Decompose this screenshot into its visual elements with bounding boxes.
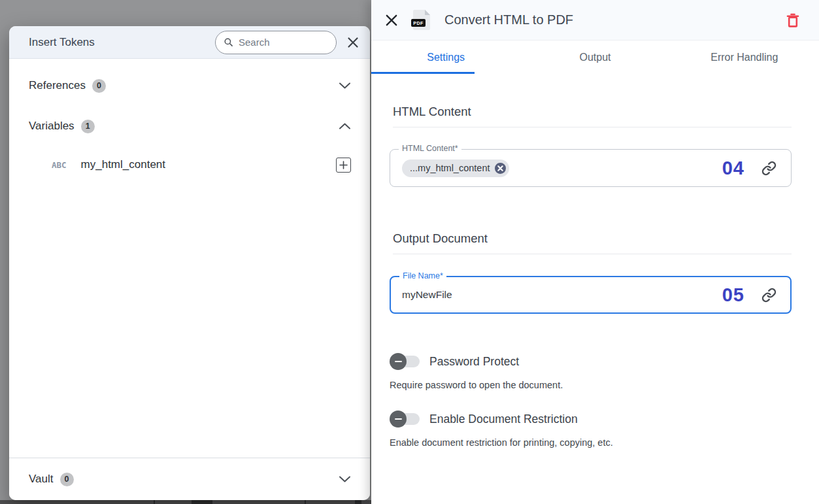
chevron-down-icon[interactable]: [339, 82, 351, 90]
password-protect-description: Require password to open the document.: [390, 380, 792, 390]
password-protect-label: Password Protect: [429, 355, 519, 369]
variable-list-item[interactable]: ABC my_html_content: [52, 153, 351, 176]
vault-section-row[interactable]: Vault 0: [9, 458, 370, 500]
panel-header: PDF Convert HTML to PDF: [371, 0, 819, 41]
variables-label: Variables: [29, 120, 75, 133]
token-chip-label: ...my_html_content: [410, 163, 490, 173]
close-icon[interactable]: [346, 36, 359, 49]
tab-settings[interactable]: Settings: [371, 41, 520, 74]
references-label: References: [29, 79, 86, 92]
references-count-badge: 0: [92, 79, 106, 93]
link-icon[interactable]: [761, 161, 777, 176]
background-artifact: [305, 500, 306, 504]
active-tab-indicator: [371, 72, 475, 74]
vault-label: Vault: [29, 473, 54, 486]
tab-error-handling[interactable]: Error Handling: [670, 41, 819, 74]
token-dialog-content: References 0 Variables 1 ABC my_html_con…: [9, 59, 370, 176]
html-content-heading: HTML Content: [393, 105, 792, 127]
file-name-field-label: File Name*: [399, 271, 446, 280]
link-icon[interactable]: [761, 288, 777, 303]
field-order-number: 04: [722, 158, 744, 179]
search-icon: [224, 37, 233, 47]
pdf-file-icon: PDF: [413, 10, 430, 30]
document-restriction-description: Enable document restriction for printing…: [390, 437, 792, 448]
file-name-field[interactable]: File Name* 05: [390, 276, 792, 314]
field-order-number: 05: [722, 284, 744, 306]
password-protect-toggle[interactable]: [390, 353, 421, 370]
chevron-up-icon[interactable]: [339, 122, 351, 130]
variables-count-badge: 1: [81, 120, 95, 133]
document-restriction-row: Enable Document Restriction: [390, 411, 792, 428]
html-content-field[interactable]: HTML Content* ...my_html_content 04: [390, 149, 792, 187]
insert-token-button[interactable]: [336, 158, 351, 173]
html-content-field-label: HTML Content*: [399, 144, 461, 153]
insert-tokens-header: Insert Tokens: [9, 26, 370, 59]
search-input[interactable]: [239, 37, 317, 48]
document-restriction-label: Enable Document Restriction: [429, 412, 578, 426]
panel-tabs: Settings Output Error Handling: [371, 41, 819, 74]
background-artifact: [154, 500, 155, 504]
remove-token-icon[interactable]: [495, 163, 506, 174]
background-artifact: [192, 499, 212, 504]
action-config-panel: PDF Convert HTML to PDF Settings Output …: [371, 0, 819, 504]
string-type-icon: ABC: [52, 160, 67, 170]
insert-tokens-dialog: Insert Tokens References 0: [9, 26, 370, 500]
token-chip[interactable]: ...my_html_content: [402, 160, 509, 177]
password-protect-row: Password Protect: [390, 353, 792, 370]
variables-section-row[interactable]: Variables 1: [29, 115, 351, 137]
references-section-row[interactable]: References 0: [29, 75, 351, 97]
file-name-input[interactable]: [402, 289, 722, 301]
document-restriction-toggle[interactable]: [390, 411, 421, 428]
close-icon[interactable]: [384, 13, 399, 27]
chevron-down-icon[interactable]: [339, 475, 351, 483]
delete-action-icon[interactable]: [785, 12, 801, 29]
background-artifact-band: [0, 500, 371, 504]
dialog-title: Insert Tokens: [29, 36, 95, 49]
output-document-heading: Output Document: [393, 231, 792, 254]
token-search-box[interactable]: [215, 31, 337, 54]
vault-count-badge: 0: [60, 473, 74, 486]
variable-name: my_html_content: [81, 158, 165, 171]
tab-output[interactable]: Output: [520, 41, 669, 74]
panel-title: Convert HTML to PDF: [444, 12, 785, 27]
settings-tab-content: HTML Content HTML Content* ...my_html_co…: [371, 74, 819, 504]
